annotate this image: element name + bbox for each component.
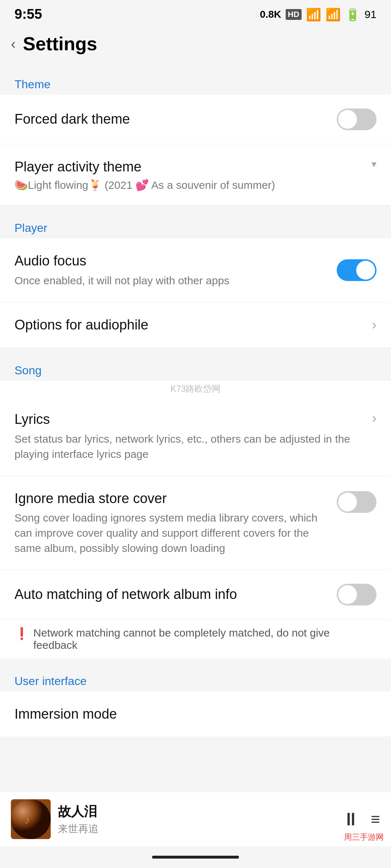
song-settings-list: Lyrics Set status bar lyrics, network ly…	[0, 397, 391, 659]
immersion-mode-item: Immersion mode	[0, 692, 391, 737]
lyrics-chevron-icon: ›	[372, 410, 377, 426]
status-time: 9:55	[14, 7, 42, 22]
lyrics-item[interactable]: Lyrics Set status bar lyrics, network ly…	[0, 397, 391, 476]
playlist-button[interactable]: ≡	[371, 810, 380, 828]
ignore-media-store-item: Ignore media store cover Song cover load…	[0, 476, 391, 570]
audio-focus-subtitle: Once enabled, it will not play with othe…	[14, 273, 329, 288]
player-bar: ♪ 故人泪 来世再追 ⏸ ≡	[0, 792, 391, 846]
signal-bars-icon: 📶	[306, 7, 321, 22]
toggle-thumb-on	[356, 261, 375, 280]
player-settings-list: Audio focus Once enabled, it will not pl…	[0, 238, 391, 348]
audio-focus-toggle[interactable]	[337, 259, 377, 281]
player-activity-theme-item[interactable]: Player activity theme 🍉Light flowing🍹 (2…	[0, 144, 391, 205]
player-song-title: 故人泪	[58, 803, 335, 821]
theme-settings-list: Forced dark theme Player activity theme …	[0, 95, 391, 205]
page-title: Settings	[23, 33, 97, 55]
player-activity-theme-dropdown-icon: ▾	[371, 158, 377, 170]
player-info: 故人泪 来世再追	[58, 803, 335, 836]
player-section-label: Player	[0, 214, 391, 238]
audio-focus-item: Audio focus Once enabled, it will not pl…	[0, 238, 391, 302]
player-song-subtitle: 来世再追	[58, 822, 335, 836]
immersion-mode-title: Immersion mode	[14, 705, 369, 723]
toggle-thumb	[338, 110, 357, 129]
auto-matching-item: Auto matching of network album info	[0, 570, 391, 620]
warning-message: Network matching cannot be completely ma…	[33, 627, 377, 651]
player-activity-theme-title: Player activity theme	[14, 158, 364, 176]
auto-matching-title: Auto matching of network album info	[14, 586, 329, 603]
ignore-media-store-toggle[interactable]	[337, 491, 377, 513]
options-audiophile-chevron-icon: ›	[372, 317, 377, 333]
battery-level: 91	[365, 8, 377, 21]
player-album-art: ♪	[11, 799, 51, 839]
ui-settings-list: Immersion mode	[0, 692, 391, 737]
warning-icon: ❗	[14, 627, 29, 641]
options-audiophile-item[interactable]: Options for audiophile ›	[0, 302, 391, 348]
svg-point-1	[11, 799, 51, 839]
toggle-thumb-off	[338, 493, 357, 511]
ui-gap	[0, 659, 391, 667]
hd-badge: HD	[286, 9, 302, 20]
player-controls: ⏸ ≡	[342, 809, 380, 830]
site-watermark: 周三手游网	[344, 832, 384, 843]
forced-dark-theme-title: Forced dark theme	[14, 110, 329, 128]
status-icons: 0.8K HD 📶 📶 🔋 91	[260, 7, 377, 22]
user-interface-section-label: User interface	[0, 667, 391, 692]
song-section-label: Song	[0, 357, 391, 381]
bottom-nav	[0, 846, 391, 868]
ignore-media-store-subtitle: Song cover loading ignores system media …	[14, 510, 329, 556]
svg-text:♪: ♪	[25, 814, 30, 826]
toggle-thumb-auto	[338, 585, 357, 604]
wifi-icon: 📶	[325, 7, 341, 22]
forced-dark-theme-item: Forced dark theme	[0, 95, 391, 144]
lyrics-subtitle: Set status bar lyrics, network lyrics, e…	[14, 431, 365, 462]
lyrics-title: Lyrics	[14, 410, 365, 428]
theme-gap	[0, 62, 391, 71]
player-gap	[0, 205, 391, 214]
forced-dark-theme-toggle[interactable]	[337, 109, 377, 130]
auto-matching-toggle[interactable]	[337, 584, 377, 605]
signal-text: 0.8K	[260, 9, 281, 20]
song-gap	[0, 348, 391, 357]
options-audiophile-title: Options for audiophile	[14, 316, 365, 334]
back-button[interactable]: ‹	[11, 36, 16, 52]
player-activity-theme-subtitle: 🍉Light flowing🍹 (2021 💕 As a souvenir of…	[14, 179, 364, 191]
ignore-media-store-title: Ignore media store cover	[14, 490, 329, 507]
audio-focus-title: Audio focus	[14, 252, 329, 270]
battery-icon: 🔋	[345, 7, 360, 22]
theme-section-label: Theme	[0, 71, 391, 95]
watermark: K73路欧岱网	[0, 381, 391, 397]
header: ‹ Settings	[0, 26, 391, 62]
warning-text: ❗ Network matching cannot be completely …	[0, 620, 391, 659]
pause-button[interactable]: ⏸	[342, 809, 360, 830]
bottom-home-indicator	[152, 856, 239, 859]
status-bar: 9:55 0.8K HD 📶 📶 🔋 91	[0, 0, 391, 26]
